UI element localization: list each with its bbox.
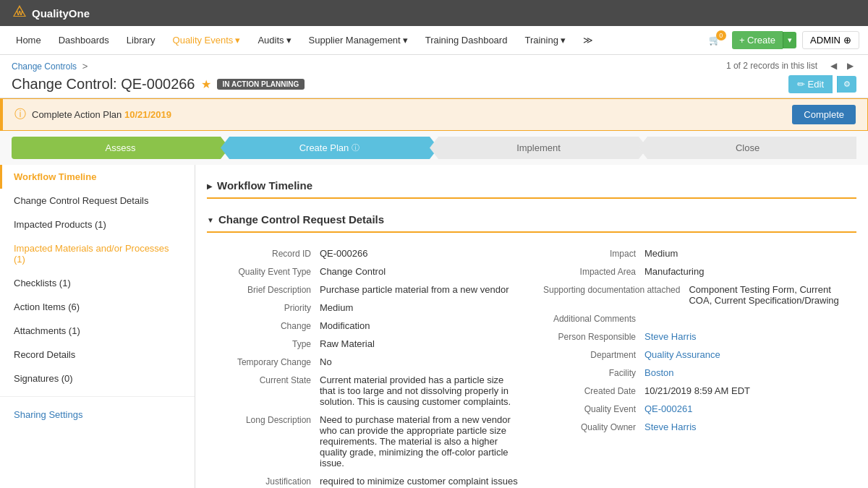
complete-button[interactable]: Complete	[792, 105, 856, 124]
alert-date: 10/21/2019	[124, 109, 171, 120]
alert-content: ⓘ Complete Action Plan 10/21/2019	[14, 107, 171, 122]
create-button[interactable]: + Create	[732, 31, 783, 49]
field-quality-event-type: Quality Event Type Change Control	[218, 262, 520, 281]
request-details-toggle[interactable]	[207, 215, 214, 225]
cart-badge: 0	[716, 30, 726, 40]
nav-quality-events[interactable]: Quality Events ▾	[166, 30, 248, 50]
field-facility: Facility Boston	[543, 364, 845, 382]
field-value-temp-change: No	[320, 356, 520, 367]
admin-button[interactable]: ADMIN ⊕	[802, 31, 859, 49]
field-value-person-resp[interactable]: Steve Harris	[644, 331, 845, 342]
field-impacted-area: Impacted Area Manufacturing	[543, 262, 845, 281]
breadcrumb-separator: >	[82, 61, 88, 72]
logo: W QualityOne	[12, 4, 90, 23]
field-long-description: Long Description Need to purchase materi…	[218, 411, 520, 472]
field-label-person-resp: Person Responsible	[543, 331, 644, 342]
breadcrumb-link[interactable]: Change Controls	[12, 61, 77, 72]
field-additional-comments: Additional Comments	[543, 309, 845, 328]
field-label-qe-type: Quality Event Type	[218, 266, 320, 277]
field-label-created-date: Created Date	[543, 385, 644, 396]
workflow-timeline-toggle[interactable]	[207, 181, 213, 191]
sidebar-item-workflow-timeline[interactable]: Workflow Timeline	[0, 165, 195, 189]
nav-training[interactable]: Training ▾	[517, 30, 572, 50]
field-value-justification: required to minimize customer complaint …	[320, 476, 520, 488]
field-value-facility[interactable]: Boston	[644, 367, 845, 378]
nav-home[interactable]: Home	[9, 30, 48, 50]
field-value-department[interactable]: Quality Assurance	[644, 349, 845, 360]
field-label-brief-desc: Brief Description	[218, 284, 320, 295]
field-priority: Priority Medium	[218, 299, 520, 317]
workflow-timeline-header[interactable]: Workflow Timeline	[207, 174, 856, 199]
sidebar-item-attachments[interactable]: Attachments (1)	[0, 319, 195, 343]
field-label-department: Department	[543, 349, 644, 360]
logo-icon: W	[12, 4, 27, 23]
field-label-impacted-area: Impacted Area	[543, 266, 644, 277]
main-panel: Workflow Timeline Change Control Request…	[195, 165, 868, 488]
field-value-change: Modification	[320, 320, 520, 331]
sidebar: Workflow Timeline Change Control Request…	[0, 165, 195, 488]
field-quality-owner: Quality Owner Steve Harris	[543, 418, 845, 436]
create-button-group: + Create ▾	[732, 31, 796, 49]
sidebar-item-action-items[interactable]: Action Items (6)	[0, 295, 195, 319]
request-details-title: Change Control Request Details	[218, 213, 384, 226]
favorite-star[interactable]: ★	[201, 77, 211, 91]
field-temporary-change: Temporary Change No	[218, 353, 520, 371]
workflow-steps: Assess Create Plan ⓘ Implement Close	[0, 131, 868, 165]
field-label-priority: Priority	[218, 302, 320, 313]
nav-audits[interactable]: Audits ▾	[250, 30, 298, 50]
field-value-supporting-docs: Component Testing Form, Current COA, Cur…	[689, 284, 845, 306]
gear-dropdown-button[interactable]: ⚙	[837, 76, 856, 93]
sidebar-item-request-details[interactable]: Change Control Request Details	[0, 189, 195, 213]
create-dropdown-button[interactable]: ▾	[783, 32, 796, 48]
sidebar-item-impacted-products[interactable]: Impacted Products (1)	[0, 213, 195, 236]
nav-right: 🛒 0 + Create ▾ ADMIN ⊕	[703, 31, 859, 49]
field-value-brief-desc: Purchase particle material from a new ve…	[320, 284, 520, 295]
nav-supplier-mgmt[interactable]: Supplier Management ▾	[302, 30, 415, 50]
step-implement[interactable]: Implement	[430, 137, 647, 159]
svg-text:W: W	[17, 9, 23, 17]
field-label-add-comments: Additional Comments	[543, 313, 644, 324]
field-record-id: Record ID QE-000266	[218, 244, 520, 262]
field-value-record-id: QE-000266	[320, 248, 520, 259]
sidebar-item-checklists[interactable]: Checklists (1)	[0, 271, 195, 295]
sidebar-item-signatures[interactable]: Signatures (0)	[0, 367, 195, 390]
step-create-plan[interactable]: Create Plan ⓘ	[221, 137, 438, 159]
request-details-header[interactable]: Change Control Request Details	[207, 207, 856, 233]
alert-bar: ⓘ Complete Action Plan 10/21/2019 Comple…	[0, 98, 868, 131]
field-change: Change Modification	[218, 317, 520, 335]
cart-button[interactable]: 🛒 0	[703, 32, 726, 48]
field-person-responsible: Person Responsible Steve Harris	[543, 328, 845, 346]
field-label-quality-owner: Quality Owner	[543, 421, 644, 432]
sidebar-item-record-details[interactable]: Record Details	[0, 343, 195, 367]
sidebar-divider	[0, 396, 195, 397]
page-header: Change Controls > 1 of 2 records in this…	[0, 55, 868, 98]
field-value-quality-owner[interactable]: Steve Harris	[644, 421, 845, 432]
nav-training-dashboard[interactable]: Training Dashboard	[418, 30, 515, 50]
step-info-icon: ⓘ	[352, 142, 359, 153]
field-label-type: Type	[218, 338, 320, 349]
record-navigation: 1 of 2 records in this list ◀ ▶	[726, 59, 856, 72]
field-value-quality-event[interactable]: QE-000261	[644, 403, 845, 414]
left-col: Record ID QE-000266 Quality Event Type C…	[207, 241, 532, 488]
right-col: Impact Medium Impacted Area Manufacturin…	[532, 241, 856, 488]
page-actions: ✏ Edit ⚙	[788, 75, 856, 93]
field-value-current-state: Current material provided has a particle…	[320, 374, 520, 407]
step-close[interactable]: Close	[639, 137, 856, 159]
step-assess[interactable]: Assess	[12, 137, 229, 159]
prev-record-button[interactable]: ◀	[827, 59, 840, 72]
next-record-button[interactable]: ▶	[844, 59, 856, 72]
field-label-long-desc: Long Description	[218, 414, 320, 425]
edit-button[interactable]: ✏ Edit	[788, 75, 833, 93]
field-quality-event: Quality Event QE-000261	[543, 400, 845, 418]
page-title: Change Control: QE-000266 ★ IN ACTION PL…	[12, 76, 305, 93]
nav-dashboards[interactable]: Dashboards	[51, 30, 116, 50]
logo-text: QualityOne	[32, 7, 90, 20]
status-badge: IN ACTION PLANNING	[217, 79, 305, 90]
sidebar-item-sharing-settings[interactable]: Sharing Settings	[0, 403, 195, 427]
field-value-created-date: 10/21/2019 8:59 AM EDT	[644, 385, 845, 396]
content-layout: Workflow Timeline Change Control Request…	[0, 165, 868, 488]
sidebar-item-impacted-materials[interactable]: Impacted Materials and/or Processes (1)	[0, 236, 195, 271]
nav-more[interactable]: ≫	[576, 30, 600, 50]
alert-icon: ⓘ	[14, 107, 26, 122]
nav-library[interactable]: Library	[119, 30, 163, 50]
